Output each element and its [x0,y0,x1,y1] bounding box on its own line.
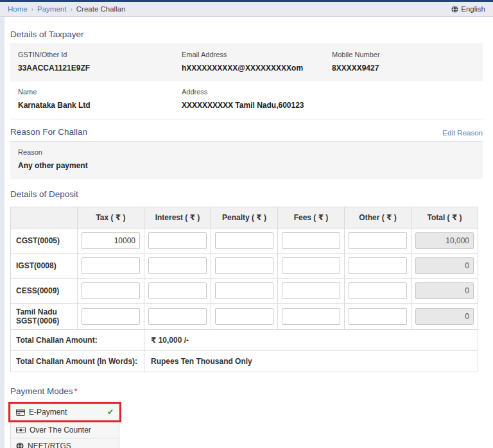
col-header-total: Total ( ₹ ) [411,207,478,228]
igst-tax-input[interactable] [82,257,140,274]
col-header-penalty: Penalty ( ₹ ) [211,207,278,228]
payment-mode-over-the-counter[interactable]: Over The Counter [10,422,119,438]
taxpayer-panel: GSTIN/Other Id 33AACCA1121E9ZF Email Add… [10,44,483,82]
breadcrumb-separator: › [70,6,72,13]
payment-mode-label: NEFT/RTGS [28,442,71,448]
payment-mode-label: E-Payment [29,408,67,417]
reason-value: Any other payment [18,161,475,170]
language-label: English [461,5,485,13]
total-words-label: Total Challan Amount (In Words): [11,351,144,372]
reason-label: Reason [18,148,475,156]
reason-panel: Reason Any other payment [10,142,483,179]
breadcrumb-separator: › [31,6,33,13]
language-selector[interactable]: English [451,5,485,13]
taxpayer-name-row: Name Karnataka Bank Ltd Address XXXXXXXX… [10,82,483,119]
cess-total-output [415,282,474,299]
name-field: Name Karnataka Bank Ltd [18,88,182,110]
total-words-row: Total Challan Amount (In Words): Rupees … [11,351,478,372]
cess-fees-input[interactable] [282,282,340,299]
sgst-total-output [415,308,474,325]
cgst-other-input[interactable] [349,232,407,249]
name-label: Name [18,88,182,96]
cess-tax-input[interactable] [82,282,140,299]
cgst-penalty-input[interactable] [215,232,273,249]
cgst-interest-input[interactable] [148,232,207,249]
reason-section-header: Reason For Challan Edit Reason [10,127,483,142]
create-challan-page: Details of Taxpayer GSTIN/Other Id 33AAC… [0,30,493,448]
cgst-fees-input[interactable] [282,232,340,249]
sgst-other-input[interactable] [349,308,407,325]
mobile-label: Mobile Number [332,51,475,58]
col-header-blank [11,207,78,228]
gstin-value: 33AACCA1121E9ZF [18,64,182,73]
banknote-icon [16,427,26,433]
igst-fees-input[interactable] [282,257,340,274]
epayment-annotation-box: E-Payment ✔ [8,402,121,422]
cess-penalty-input[interactable] [215,282,273,299]
name-value: Karnataka Bank Ltd [18,101,182,110]
total-amount-row: Total Challan Amount: ₹ 10,000 /- [11,330,478,351]
section-title-payment-modes: Payment Modes* [10,386,483,396]
payment-mode-epayment[interactable]: E-Payment ✔ [10,404,119,420]
col-header-interest: Interest ( ₹ ) [144,207,211,228]
address-value: XXXXXXXXXX Tamil Nadu,600123 [182,101,332,110]
breadcrumb-current: Create Challan [76,5,126,13]
breadcrumb-bar: Home › Payment › Create Challan English [0,2,493,17]
selected-check-icon: ✔ [107,408,114,417]
email-label: Email Address [182,51,332,58]
row-label-cess: CESS(0009) [11,279,78,304]
total-words-value: Rupees Ten Thousand Only [144,351,478,372]
gstin-field: GSTIN/Other Id 33AACCA1121E9ZF [18,51,182,73]
breadcrumb: Home › Payment › Create Challan [8,5,125,13]
cgst-total-output [415,232,474,249]
mobile-field: Mobile Number 8XXXXX9427 [332,51,475,73]
payment-mode-neft-rtgs[interactable]: NEFT/RTGS [10,438,119,448]
credit-card-icon [16,409,25,416]
igst-interest-input[interactable] [148,257,207,274]
breadcrumb-payment[interactable]: Payment [37,5,66,13]
deposit-header-row: Tax ( ₹ ) Interest ( ₹ ) Penalty ( ₹ ) F… [11,207,478,228]
cess-other-input[interactable] [349,282,407,299]
deposit-row-cgst: CGST(0005) [11,228,478,254]
sgst-penalty-input[interactable] [215,308,273,325]
row-label-sgst: Tamil Nadu SGST(0006) [11,304,78,330]
deposit-row-cess: CESS(0009) [11,279,478,304]
igst-penalty-input[interactable] [215,257,273,274]
payment-mode-label: Over The Counter [30,426,91,435]
igst-total-output [415,257,474,274]
row-label-igst: IGST(0008) [11,254,78,279]
breadcrumb-home[interactable]: Home [8,5,28,13]
email-value: hXXXXXXXXXX@XXXXXXXXXom [182,64,332,73]
page-left-gutter [0,17,4,448]
required-asterisk: * [74,386,78,396]
total-amount-value: ₹ 10,000 /- [144,330,478,351]
sgst-interest-input[interactable] [148,308,207,325]
row-label-cgst: CGST(0005) [11,228,78,254]
igst-other-input[interactable] [349,257,407,274]
cgst-tax-input[interactable] [82,232,140,249]
email-field: Email Address hXXXXXXXXXX@XXXXXXXXXom [182,51,332,73]
deposit-row-sgst: Tamil Nadu SGST(0006) [11,304,478,330]
sgst-tax-input[interactable] [82,308,140,325]
col-header-other: Other ( ₹ ) [345,207,411,228]
deposit-table: Tax ( ₹ ) Interest ( ₹ ) Penalty ( ₹ ) F… [10,207,478,372]
globe-icon [451,6,458,13]
edit-reason-link[interactable]: Edit Reason [442,129,483,137]
col-header-fees: Fees ( ₹ ) [278,207,345,228]
sgst-fees-input[interactable] [282,308,340,325]
address-field: Address XXXXXXXXXX Tamil Nadu,600123 [182,88,332,110]
globe-icon [16,442,24,448]
deposit-row-igst: IGST(0008) [11,254,478,279]
col-header-tax: Tax ( ₹ ) [78,207,144,228]
address-label: Address [182,88,332,96]
section-title-taxpayer: Details of Taxpayer [10,30,483,44]
section-title-reason: Reason For Challan [10,127,87,137]
total-amount-label: Total Challan Amount: [11,330,144,351]
payment-mode-list: E-Payment ✔ Over The Counter NEFT/RTGS [10,402,126,448]
mobile-value: 8XXXXX9427 [332,64,475,73]
section-title-deposit: Details of Deposit [10,189,483,199]
cess-interest-input[interactable] [148,282,207,299]
gstin-label: GSTIN/Other Id [18,51,182,58]
